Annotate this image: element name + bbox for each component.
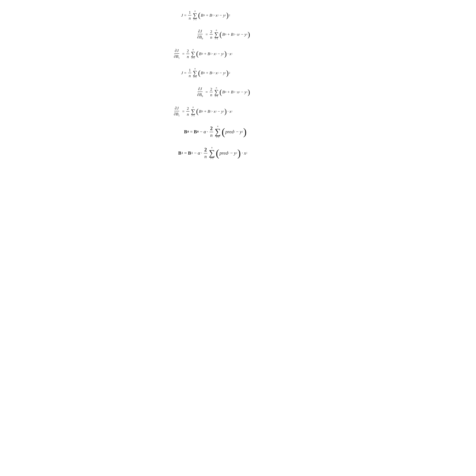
eq1-J: J [181,13,183,18]
equation-7: B0 = B0 − α · 2 n n ∑ i=1 ( predi − yi ) [172,121,304,142]
eq2-partial-frac: ∂J ∂B0 [197,29,204,40]
eq2-frac: 2 n [210,29,213,40]
eq4-sigma: n ∑ i=1 [193,68,197,78]
eq7-B0-rhs: B [194,129,197,135]
eq7-frac: 2 n [210,125,213,138]
eq8-frac: 2 n [204,147,207,159]
equation-6: ∂J ∂B1 = 2 n n ∑ i=1 ( B0 + B1 · xi − yi… [172,102,304,121]
eq6-partial-frac: ∂J ∂B1 [173,106,180,117]
eq6-sigma: n ∑ i=1 [191,106,195,117]
eq3-sigma: n ∑ i=1 [191,49,195,59]
eq3-frac: 2 n [186,49,189,59]
math-container: J = 1 n n ∑ i=1 ( B0 + B1 · xi − yi ) 2 [172,6,304,164]
eq7-B0-lhs: B [184,129,187,135]
equation-8: B1 = B1 − α · 2 n n ∑ i=1 ( predi − yi )… [172,142,304,164]
eq4-frac: 1 n [188,68,191,78]
eq3-partial-frac: ∂J ∂B1 [173,48,180,60]
equation-5: ∂J ∂B0 = 2 n n ∑ i=1 ( B0 + B1 · xi − yi… [172,82,304,102]
eq5-frac: 2 n [210,87,213,97]
eq5-partial-frac: ∂J ∂B0 [197,86,204,98]
equation-4: J = 1 n n ∑ i=1 ( B0 + B1 · xi − yi ) 2 [172,63,304,82]
equation-3: ∂J ∂B1 = 2 n n ∑ i=1 ( B0 + B1 · xi − yi… [172,44,304,64]
eq8-B1-rhs: B [188,150,191,156]
eq8-B1-lhs: B [178,150,181,156]
equation-1: J = 1 n n ∑ i=1 ( B0 + B1 · xi − yi ) 2 [172,6,304,25]
eq7-sigma: n ∑ i=1 [215,125,221,138]
eq6-frac: 2 n [186,106,189,117]
eq2-sigma: n ∑ i=1 [214,29,219,40]
equation-2: ∂J ∂B0 = 2 n n ∑ i=1 ( B0 + B1 · xi − yi… [172,25,304,44]
eq1-sigma: n ∑ i=1 [193,10,197,21]
eq8-sigma: n ∑ i=1 [209,146,215,160]
eq4-J: J [181,70,183,75]
eq5-sigma: n ∑ i=1 [214,87,219,97]
eq1-frac: 1 n [188,10,191,20]
